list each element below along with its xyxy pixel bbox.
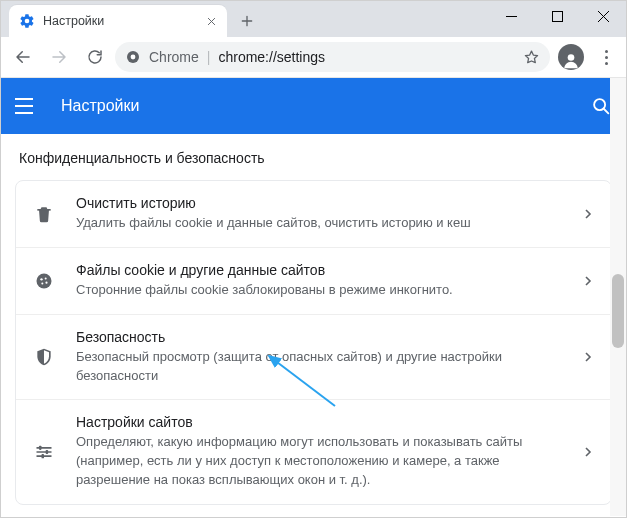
svg-point-6 — [37, 273, 52, 288]
chevron-right-icon — [579, 276, 597, 286]
window-controls — [488, 1, 626, 31]
section-privacy-security: Конфиденциальность и безопасность — [1, 134, 626, 176]
svg-point-9 — [41, 282, 43, 284]
svg-point-7 — [40, 278, 42, 280]
omnibox-site-chip: Chrome | — [125, 49, 210, 65]
chevron-right-icon — [579, 352, 597, 362]
browser-toolbar: Chrome | chrome://settings — [1, 37, 626, 78]
address-bar[interactable]: Chrome | chrome://settings — [115, 42, 550, 72]
forward-button[interactable] — [43, 41, 75, 73]
privacy-card: Очистить историю Удалить файлы cookie и … — [15, 180, 612, 505]
trash-icon — [26, 204, 62, 224]
bookmark-star-icon[interactable] — [523, 49, 540, 66]
chevron-right-icon — [579, 209, 597, 219]
chrome-icon — [125, 49, 141, 65]
new-tab-button[interactable] — [233, 7, 261, 35]
settings-content: Конфиденциальность и безопасность Очисти… — [1, 134, 626, 517]
cookie-icon — [26, 271, 62, 291]
row-site-settings[interactable]: Настройки сайтов Определяют, какую инфор… — [16, 399, 611, 504]
menu-hamburger-icon[interactable] — [15, 94, 39, 118]
scrollbar-thumb[interactable] — [612, 274, 624, 348]
shield-icon — [26, 347, 62, 367]
row-subtitle: Определяют, какую информацию могут испол… — [76, 433, 565, 490]
row-cookies[interactable]: Файлы cookie и другие данные сайтов Стор… — [16, 247, 611, 314]
row-title: Настройки сайтов — [76, 414, 565, 430]
svg-rect-0 — [552, 11, 562, 21]
reload-button[interactable] — [79, 41, 111, 73]
svg-rect-13 — [42, 454, 45, 458]
titlebar: Настройки — [1, 1, 626, 37]
svg-point-8 — [45, 277, 47, 279]
row-security[interactable]: Безопасность Безопасный просмотр (защита… — [16, 314, 611, 400]
row-clear-browsing-data[interactable]: Очистить историю Удалить файлы cookie и … — [16, 181, 611, 247]
svg-point-2 — [131, 55, 136, 60]
search-icon[interactable] — [590, 95, 612, 117]
tab-close-button[interactable] — [203, 13, 219, 29]
svg-rect-5 — [37, 209, 50, 211]
appbar-title: Настройки — [61, 97, 139, 115]
window-minimize-button[interactable] — [488, 1, 534, 31]
omnibox-site-label: Chrome — [149, 49, 199, 65]
tab-settings[interactable]: Настройки — [9, 5, 227, 37]
browser-window: Настройки — [0, 0, 627, 518]
chevron-right-icon — [579, 447, 597, 457]
row-title: Очистить историю — [76, 195, 565, 211]
row-subtitle: Сторонние файлы cookie заблокированы в р… — [76, 281, 565, 300]
window-close-button[interactable] — [580, 1, 626, 31]
browser-menu-button[interactable] — [592, 43, 620, 71]
svg-point-10 — [45, 281, 47, 283]
svg-rect-11 — [39, 446, 42, 450]
gear-icon — [19, 13, 35, 29]
settings-appbar: Настройки — [1, 78, 626, 134]
row-title: Файлы cookie и другие данные сайтов — [76, 262, 565, 278]
back-button[interactable] — [7, 41, 39, 73]
sliders-icon — [26, 442, 62, 462]
window-maximize-button[interactable] — [534, 1, 580, 31]
page-scrollbar[interactable] — [610, 78, 626, 516]
row-subtitle: Удалить файлы cookie и данные сайтов, оч… — [76, 214, 565, 233]
omnibox-url: chrome://settings — [218, 49, 325, 65]
svg-rect-12 — [46, 450, 49, 454]
row-subtitle: Безопасный просмотр (защита от опасных с… — [76, 348, 565, 386]
row-title: Безопасность — [76, 329, 565, 345]
tab-title: Настройки — [43, 14, 104, 28]
svg-point-3 — [568, 54, 575, 61]
profile-avatar[interactable] — [558, 44, 584, 70]
